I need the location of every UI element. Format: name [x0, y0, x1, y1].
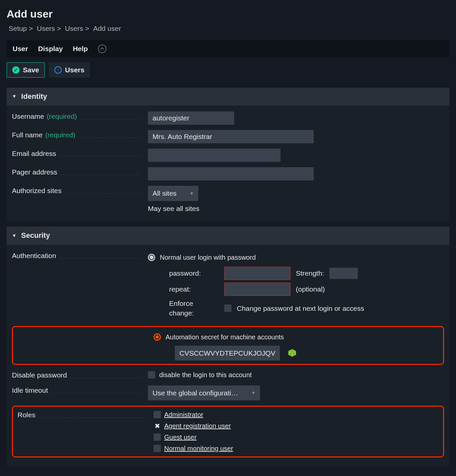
auth-radio-automation-secret[interactable] — [154, 333, 161, 341]
section-identity-header[interactable]: ▼ Identity — [7, 88, 449, 106]
idle-timeout-label: Idle timeout — [12, 385, 48, 395]
password-input[interactable] — [224, 267, 291, 280]
email-label: Email address — [12, 149, 56, 158]
svg-point-5 — [290, 355, 291, 356]
role-link[interactable]: Agent registration user — [164, 421, 231, 431]
role-link[interactable]: Normal monitoring user — [164, 444, 233, 453]
automation-secret-highlight: Automation secret for machine accounts C… — [12, 326, 444, 365]
chevron-down-icon: ▼ — [12, 93, 17, 100]
section-security-header[interactable]: ▼ Security — [7, 227, 449, 245]
section-identity: ▼ Identity Username (required) .........… — [7, 88, 449, 222]
breadcrumb: Setup> Users> Users> Add user — [7, 24, 449, 33]
chevron-down-icon: ▼ — [190, 191, 194, 196]
menu-display[interactable]: Display — [38, 44, 63, 53]
collapse-menubar-icon[interactable] — [98, 44, 106, 53]
strength-meter — [329, 268, 358, 279]
roles-highlight: Roles ..................................… — [12, 406, 444, 457]
fullname-label: Full name — [12, 130, 42, 140]
sites-label: Authorized sites — [12, 186, 61, 195]
dice-icon[interactable] — [288, 349, 296, 357]
role-link[interactable]: Administrator — [164, 410, 203, 419]
role-item: Administrator — [154, 410, 438, 419]
role-item: ✖Agent registration user — [154, 421, 438, 431]
auth-label: Authentication — [12, 251, 56, 260]
role-link[interactable]: Guest user — [164, 433, 197, 442]
chevron-down-icon: ▼ — [12, 233, 17, 239]
username-input[interactable] — [148, 111, 234, 125]
save-button[interactable]: ✓ Save — [7, 62, 45, 78]
role-checkbox[interactable] — [154, 434, 161, 441]
svg-point-6 — [294, 354, 294, 354]
roles-label: Roles — [18, 410, 35, 420]
role-item: Guest user — [154, 433, 438, 442]
menubar: User Display Help — [7, 40, 449, 57]
password-repeat-input[interactable] — [224, 283, 291, 296]
svg-point-4 — [290, 354, 291, 354]
enforce-change-checkbox[interactable] — [224, 305, 231, 312]
role-item: Normal monitoring user — [154, 444, 438, 453]
authorized-sites-select[interactable]: All sites ▼ — [148, 186, 198, 201]
fullname-input[interactable] — [148, 130, 314, 143]
email-input[interactable] — [148, 149, 281, 162]
pager-input[interactable] — [148, 167, 314, 180]
disable-pw-label: Disable password — [12, 370, 67, 380]
chevron-down-icon: ▼ — [251, 390, 255, 396]
pager-label: Pager address — [12, 167, 57, 177]
auth-radio-normal[interactable] — [148, 254, 155, 261]
automation-secret-value[interactable]: CVSCCWVYDTEPCUKJOJQV — [175, 346, 280, 361]
check-icon: ✓ — [12, 66, 20, 74]
checked-icon[interactable]: ✖ — [154, 421, 161, 431]
svg-point-7 — [294, 355, 294, 356]
menu-help[interactable]: Help — [73, 44, 88, 53]
svg-point-3 — [292, 351, 293, 352]
sites-hint: May see all sites — [148, 204, 444, 213]
section-security: ▼ Security Authentication ..............… — [7, 227, 449, 466]
up-arrow-icon: ↑ — [54, 66, 62, 74]
disable-password-checkbox[interactable] — [148, 371, 155, 378]
users-button[interactable]: ↑ Users — [49, 62, 90, 78]
page-title: Add user — [7, 7, 449, 22]
username-label: Username — [12, 111, 44, 121]
role-checkbox[interactable] — [154, 445, 161, 452]
idle-timeout-select[interactable]: Use the global configurati… ▼ — [148, 385, 260, 400]
menu-user[interactable]: User — [13, 44, 28, 53]
role-checkbox[interactable] — [154, 411, 161, 418]
